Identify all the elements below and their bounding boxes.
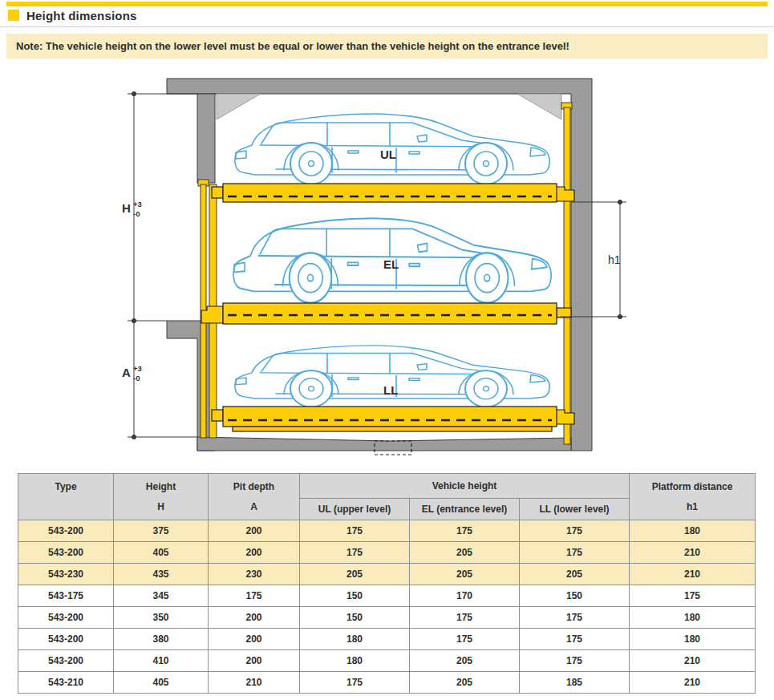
cell-pit-depth: 200 xyxy=(209,542,300,564)
cell-height: 435 xyxy=(114,564,209,585)
cell-h1: 180 xyxy=(630,607,756,629)
cell-type: 543-200 xyxy=(18,520,114,542)
cell-el: 205 xyxy=(410,564,520,585)
page-title: Height dimensions xyxy=(26,9,137,22)
table-row: 543-200 405 200 175 205 175 210 xyxy=(18,542,756,564)
platform-entrance xyxy=(201,303,571,324)
cell-type: 543-210 xyxy=(18,672,114,694)
cell-el: 170 xyxy=(410,585,520,607)
cell-ul: 175 xyxy=(300,520,410,542)
right-lift-column xyxy=(561,103,572,444)
cell-h1: 175 xyxy=(630,585,756,607)
cell-pit-depth: 175 xyxy=(209,585,300,607)
col-header-ul: UL (upper level) xyxy=(300,499,410,520)
label-lower-level: LL xyxy=(383,383,398,397)
label-tol-plus-a: +3 xyxy=(133,364,142,373)
table-row: 543-200 380 200 180 175 175 180 xyxy=(18,629,756,650)
cell-pit-depth: 230 xyxy=(209,564,300,585)
col-header-pit-depth: Pit depth A xyxy=(209,474,300,520)
label-tol-minus-a: -0 xyxy=(133,374,140,382)
col-header-type: Type xyxy=(18,474,114,520)
cell-ul: 180 xyxy=(300,650,410,672)
label-upper-level: UL xyxy=(380,148,396,161)
car-lower-level xyxy=(235,346,549,407)
cell-ll: 205 xyxy=(520,564,630,585)
platform-lower xyxy=(212,407,574,431)
label-tol-plus-h: +3 xyxy=(133,200,142,208)
cell-ll: 175 xyxy=(520,629,630,650)
cell-height: 350 xyxy=(114,607,209,629)
cell-pit-depth: 200 xyxy=(209,607,300,629)
table-row: 543-200 375 200 175 175 175 180 xyxy=(18,520,756,542)
entrance-ledge-and-pit-wall xyxy=(167,321,215,451)
cell-type: 543-200 xyxy=(18,650,114,672)
cell-type: 543-230 xyxy=(18,564,114,585)
note-banner: Note: The vehicle height on the lower le… xyxy=(6,34,768,59)
cell-ll: 175 xyxy=(520,520,630,542)
cell-height: 405 xyxy=(114,542,209,564)
label-tol-minus-h: -0 xyxy=(133,209,140,218)
table-row: 543-175 345 175 150 170 150 175 xyxy=(18,585,756,607)
cell-el: 205 xyxy=(410,650,520,672)
col-header-ll: LL (lower level) xyxy=(520,499,630,520)
cell-h1: 210 xyxy=(630,672,756,694)
label-entrance-level: EL xyxy=(383,257,399,271)
table-row: 543-230 435 230 205 205 205 210 xyxy=(18,564,756,585)
datasheet-page: Height dimensions Note: The vehicle heig… xyxy=(0,0,774,700)
cell-el: 175 xyxy=(410,520,520,542)
section-bullet-icon xyxy=(8,10,19,21)
cell-h1: 210 xyxy=(630,542,756,564)
col-header-el: EL (entrance level) xyxy=(410,499,520,520)
cell-h1: 210 xyxy=(630,650,756,672)
cell-ul: 150 xyxy=(300,607,410,629)
cell-ul: 205 xyxy=(300,564,410,585)
col-header-height: Height H xyxy=(114,474,209,520)
cell-ul: 175 xyxy=(300,672,410,694)
dimensions-table: Type Height H Pit depth A Vehicle height… xyxy=(18,473,756,694)
cross-section-diagram: H +3 -0 A +3 -0 h1 UL EL LL xyxy=(0,76,774,471)
label-dim-pit: A xyxy=(122,366,131,379)
cell-type: 543-200 xyxy=(18,607,114,629)
cell-height: 345 xyxy=(114,585,209,607)
cell-height: 375 xyxy=(114,520,209,542)
table-row: 543-210 405 210 175 205 185 210 xyxy=(18,672,756,694)
cell-h1: 210 xyxy=(630,564,756,585)
cell-height: 405 xyxy=(114,672,209,694)
cell-el: 205 xyxy=(410,672,520,694)
cell-ll: 175 xyxy=(520,542,630,564)
pit-floor xyxy=(197,437,571,451)
cell-ll: 150 xyxy=(520,585,630,607)
table-row: 543-200 350 200 150 175 175 180 xyxy=(18,607,756,629)
cell-height: 380 xyxy=(114,629,209,650)
label-platform-distance: h1 xyxy=(608,253,621,266)
cell-ul: 175 xyxy=(300,542,410,564)
ceiling-wedge-left xyxy=(217,94,261,119)
cell-ul: 180 xyxy=(300,629,410,650)
cell-height: 410 xyxy=(114,650,209,672)
cell-h1: 180 xyxy=(630,629,756,650)
table-body: 543-200 375 200 175 175 175 180 543-200 … xyxy=(18,520,756,694)
table-row: 543-200 410 200 180 205 175 210 xyxy=(18,650,756,672)
cell-pit-depth: 200 xyxy=(209,629,300,650)
left-wall-upper xyxy=(197,94,215,183)
ceiling-wedge-right xyxy=(517,94,561,119)
cell-pit-depth: 200 xyxy=(209,650,300,672)
cell-type: 543-200 xyxy=(18,542,114,564)
cell-type: 543-175 xyxy=(18,585,114,607)
platform-upper xyxy=(212,184,574,202)
header-divider xyxy=(0,26,774,27)
label-dim-height: H xyxy=(122,201,131,215)
table-header: Type Height H Pit depth A Vehicle height… xyxy=(18,474,756,520)
cell-type: 543-200 xyxy=(18,629,114,650)
col-header-platform-distance: Platform distance h1 xyxy=(630,474,756,520)
col-header-vehicle-height: Vehicle height xyxy=(300,474,630,499)
cell-pit-depth: 200 xyxy=(209,520,300,542)
cell-h1: 180 xyxy=(630,520,756,542)
top-accent-bar xyxy=(6,2,768,6)
cell-el: 175 xyxy=(410,629,520,650)
cell-el: 175 xyxy=(410,607,520,629)
cell-pit-depth: 210 xyxy=(209,672,300,694)
cell-ll: 175 xyxy=(520,607,630,629)
note-text: Note: The vehicle height on the lower le… xyxy=(6,40,569,52)
cell-ul: 150 xyxy=(300,585,410,607)
